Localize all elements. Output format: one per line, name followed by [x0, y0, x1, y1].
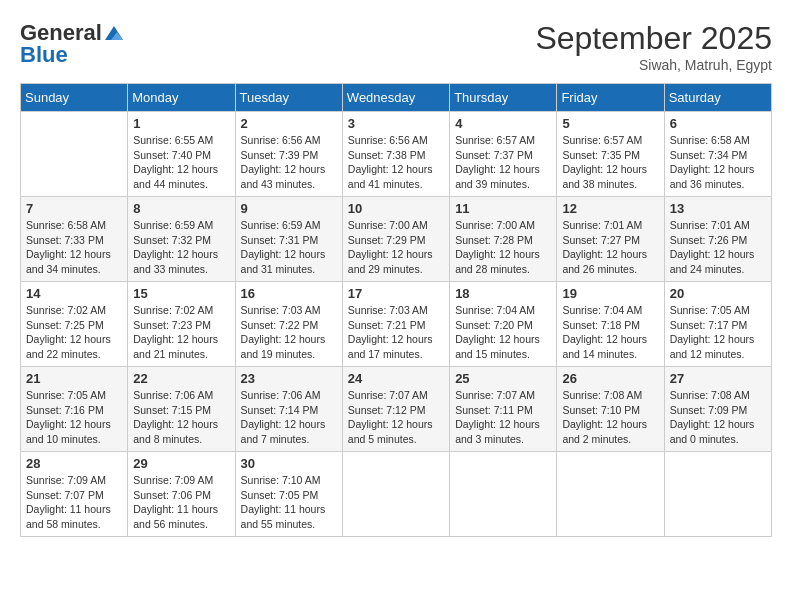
day-info: Sunrise: 6:55 AMSunset: 7:40 PMDaylight:…	[133, 133, 229, 192]
calendar-cell: 7Sunrise: 6:58 AMSunset: 7:33 PMDaylight…	[21, 197, 128, 282]
day-info: Sunrise: 6:58 AMSunset: 7:33 PMDaylight:…	[26, 218, 122, 277]
day-info: Sunrise: 7:08 AMSunset: 7:09 PMDaylight:…	[670, 388, 766, 447]
location: Siwah, Matruh, Egypt	[535, 57, 772, 73]
day-number: 6	[670, 116, 766, 131]
day-info: Sunrise: 7:00 AMSunset: 7:28 PMDaylight:…	[455, 218, 551, 277]
day-info: Sunrise: 7:09 AMSunset: 7:07 PMDaylight:…	[26, 473, 122, 532]
day-info: Sunrise: 7:04 AMSunset: 7:18 PMDaylight:…	[562, 303, 658, 362]
day-info: Sunrise: 7:09 AMSunset: 7:06 PMDaylight:…	[133, 473, 229, 532]
day-info: Sunrise: 6:57 AMSunset: 7:37 PMDaylight:…	[455, 133, 551, 192]
weekday-header-monday: Monday	[128, 84, 235, 112]
calendar-cell: 18Sunrise: 7:04 AMSunset: 7:20 PMDayligh…	[450, 282, 557, 367]
day-number: 23	[241, 371, 337, 386]
day-info: Sunrise: 6:57 AMSunset: 7:35 PMDaylight:…	[562, 133, 658, 192]
day-number: 22	[133, 371, 229, 386]
day-info: Sunrise: 6:56 AMSunset: 7:38 PMDaylight:…	[348, 133, 444, 192]
calendar-cell: 22Sunrise: 7:06 AMSunset: 7:15 PMDayligh…	[128, 367, 235, 452]
day-number: 5	[562, 116, 658, 131]
day-info: Sunrise: 7:07 AMSunset: 7:12 PMDaylight:…	[348, 388, 444, 447]
calendar-cell	[557, 452, 664, 537]
calendar-cell: 14Sunrise: 7:02 AMSunset: 7:25 PMDayligh…	[21, 282, 128, 367]
calendar-cell: 4Sunrise: 6:57 AMSunset: 7:37 PMDaylight…	[450, 112, 557, 197]
weekday-header-row: SundayMondayTuesdayWednesdayThursdayFrid…	[21, 84, 772, 112]
day-info: Sunrise: 6:58 AMSunset: 7:34 PMDaylight:…	[670, 133, 766, 192]
calendar-cell	[21, 112, 128, 197]
logo: General Blue	[20, 20, 126, 68]
calendar-cell	[664, 452, 771, 537]
day-number: 27	[670, 371, 766, 386]
calendar-cell: 8Sunrise: 6:59 AMSunset: 7:32 PMDaylight…	[128, 197, 235, 282]
day-number: 16	[241, 286, 337, 301]
day-number: 21	[26, 371, 122, 386]
calendar-cell: 21Sunrise: 7:05 AMSunset: 7:16 PMDayligh…	[21, 367, 128, 452]
week-row-2: 7Sunrise: 6:58 AMSunset: 7:33 PMDaylight…	[21, 197, 772, 282]
day-number: 18	[455, 286, 551, 301]
calendar-cell: 27Sunrise: 7:08 AMSunset: 7:09 PMDayligh…	[664, 367, 771, 452]
day-info: Sunrise: 6:56 AMSunset: 7:39 PMDaylight:…	[241, 133, 337, 192]
day-number: 4	[455, 116, 551, 131]
weekday-header-friday: Friday	[557, 84, 664, 112]
day-info: Sunrise: 6:59 AMSunset: 7:31 PMDaylight:…	[241, 218, 337, 277]
calendar-cell: 3Sunrise: 6:56 AMSunset: 7:38 PMDaylight…	[342, 112, 449, 197]
day-info: Sunrise: 7:07 AMSunset: 7:11 PMDaylight:…	[455, 388, 551, 447]
logo-blue: Blue	[20, 42, 68, 68]
calendar-cell: 9Sunrise: 6:59 AMSunset: 7:31 PMDaylight…	[235, 197, 342, 282]
weekday-header-tuesday: Tuesday	[235, 84, 342, 112]
day-number: 3	[348, 116, 444, 131]
calendar-cell: 5Sunrise: 6:57 AMSunset: 7:35 PMDaylight…	[557, 112, 664, 197]
week-row-1: 1Sunrise: 6:55 AMSunset: 7:40 PMDaylight…	[21, 112, 772, 197]
calendar-cell: 26Sunrise: 7:08 AMSunset: 7:10 PMDayligh…	[557, 367, 664, 452]
day-number: 17	[348, 286, 444, 301]
day-info: Sunrise: 7:00 AMSunset: 7:29 PMDaylight:…	[348, 218, 444, 277]
weekday-header-wednesday: Wednesday	[342, 84, 449, 112]
calendar-cell: 17Sunrise: 7:03 AMSunset: 7:21 PMDayligh…	[342, 282, 449, 367]
calendar-cell: 19Sunrise: 7:04 AMSunset: 7:18 PMDayligh…	[557, 282, 664, 367]
calendar-cell: 1Sunrise: 6:55 AMSunset: 7:40 PMDaylight…	[128, 112, 235, 197]
calendar-cell: 30Sunrise: 7:10 AMSunset: 7:05 PMDayligh…	[235, 452, 342, 537]
day-number: 19	[562, 286, 658, 301]
week-row-5: 28Sunrise: 7:09 AMSunset: 7:07 PMDayligh…	[21, 452, 772, 537]
day-number: 2	[241, 116, 337, 131]
day-info: Sunrise: 7:01 AMSunset: 7:27 PMDaylight:…	[562, 218, 658, 277]
title-block: September 2025 Siwah, Matruh, Egypt	[535, 20, 772, 73]
calendar-cell: 20Sunrise: 7:05 AMSunset: 7:17 PMDayligh…	[664, 282, 771, 367]
day-number: 7	[26, 201, 122, 216]
day-number: 28	[26, 456, 122, 471]
day-info: Sunrise: 7:06 AMSunset: 7:15 PMDaylight:…	[133, 388, 229, 447]
day-info: Sunrise: 7:03 AMSunset: 7:21 PMDaylight:…	[348, 303, 444, 362]
calendar-cell	[342, 452, 449, 537]
day-number: 25	[455, 371, 551, 386]
day-info: Sunrise: 7:02 AMSunset: 7:23 PMDaylight:…	[133, 303, 229, 362]
day-number: 20	[670, 286, 766, 301]
day-number: 8	[133, 201, 229, 216]
calendar-cell: 11Sunrise: 7:00 AMSunset: 7:28 PMDayligh…	[450, 197, 557, 282]
logo-icon	[103, 24, 125, 42]
weekday-header-saturday: Saturday	[664, 84, 771, 112]
weekday-header-thursday: Thursday	[450, 84, 557, 112]
calendar-cell: 10Sunrise: 7:00 AMSunset: 7:29 PMDayligh…	[342, 197, 449, 282]
month-title: September 2025	[535, 20, 772, 57]
day-info: Sunrise: 7:08 AMSunset: 7:10 PMDaylight:…	[562, 388, 658, 447]
calendar-cell	[450, 452, 557, 537]
day-number: 15	[133, 286, 229, 301]
day-number: 11	[455, 201, 551, 216]
day-number: 26	[562, 371, 658, 386]
calendar-cell: 24Sunrise: 7:07 AMSunset: 7:12 PMDayligh…	[342, 367, 449, 452]
day-number: 13	[670, 201, 766, 216]
day-number: 1	[133, 116, 229, 131]
day-info: Sunrise: 7:04 AMSunset: 7:20 PMDaylight:…	[455, 303, 551, 362]
day-number: 29	[133, 456, 229, 471]
day-info: Sunrise: 6:59 AMSunset: 7:32 PMDaylight:…	[133, 218, 229, 277]
calendar-table: SundayMondayTuesdayWednesdayThursdayFrid…	[20, 83, 772, 537]
day-number: 30	[241, 456, 337, 471]
weekday-header-sunday: Sunday	[21, 84, 128, 112]
calendar-cell: 16Sunrise: 7:03 AMSunset: 7:22 PMDayligh…	[235, 282, 342, 367]
week-row-4: 21Sunrise: 7:05 AMSunset: 7:16 PMDayligh…	[21, 367, 772, 452]
day-number: 14	[26, 286, 122, 301]
day-info: Sunrise: 7:03 AMSunset: 7:22 PMDaylight:…	[241, 303, 337, 362]
calendar-cell: 2Sunrise: 6:56 AMSunset: 7:39 PMDaylight…	[235, 112, 342, 197]
day-info: Sunrise: 7:05 AMSunset: 7:17 PMDaylight:…	[670, 303, 766, 362]
day-number: 9	[241, 201, 337, 216]
calendar-cell: 29Sunrise: 7:09 AMSunset: 7:06 PMDayligh…	[128, 452, 235, 537]
day-info: Sunrise: 7:01 AMSunset: 7:26 PMDaylight:…	[670, 218, 766, 277]
